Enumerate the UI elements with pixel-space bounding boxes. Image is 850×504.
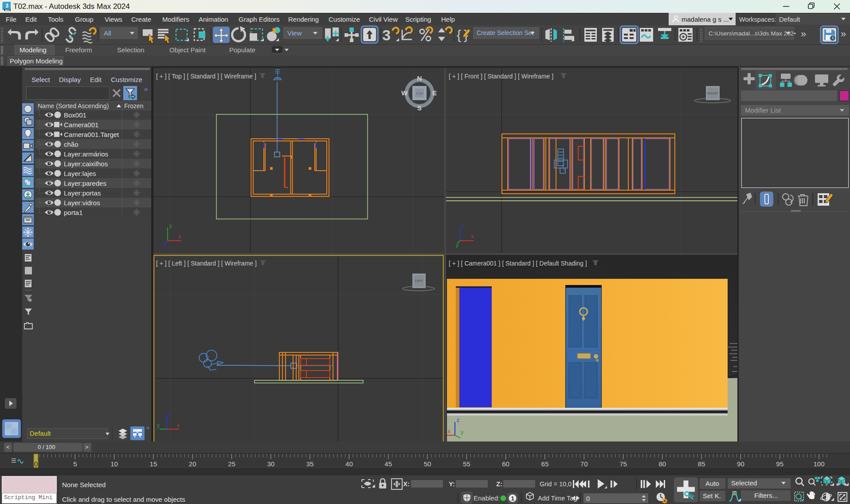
svg-text:45: 45 [384,460,392,468]
svg-text:40: 40 [345,460,353,468]
svg-text:35: 35 [306,460,314,468]
svg-text:70: 70 [580,460,588,468]
svg-text:y: y [461,429,463,435]
svg-text:S: S [417,104,422,112]
svg-text:X:: X: [403,480,410,488]
svg-text:View: View [287,29,302,37]
svg-text:x: x [178,233,181,239]
svg-text:55: 55 [463,460,470,468]
svg-text:80: 80 [658,460,666,468]
svg-text:Enabled:: Enabled: [474,494,500,502]
svg-text:TOP: TOP [416,92,423,96]
svg-text:Add Time Tag: Add Time Tag [538,495,577,502]
svg-text:x: x [471,233,474,239]
svg-text:[ + ] [ Front ] [ Standard ] [: [ + ] [ Front ] [ Standard ] [ Wireframe… [449,73,553,80]
svg-text:0: 0 [34,460,38,468]
svg-text:1: 1 [511,495,514,502]
svg-text:0: 0 [586,495,590,502]
svg-text:30: 30 [267,460,274,468]
svg-text:»: » [841,28,846,39]
svg-text:z: z [462,223,465,229]
svg-text:All: All [104,29,111,37]
svg-text:60: 60 [502,460,509,468]
svg-text:LEFT: LEFT [415,279,423,283]
svg-text:20: 20 [189,460,196,468]
svg-text:100: 100 [813,460,824,468]
svg-text:z: z [168,411,171,417]
svg-text:MAX: MAX [5,9,10,12]
svg-text:x: x [448,428,450,434]
svg-text:3: 3 [5,2,8,9]
svg-text:75: 75 [619,460,627,468]
svg-text:65: 65 [541,460,549,468]
svg-text:y: y [169,223,172,229]
svg-text:[ + ] [ Left ] [ Standard ] [: [ + ] [ Left ] [ Standard ] [ Wireframe … [156,260,257,267]
svg-text:90: 90 [737,460,744,468]
svg-text:N: N [417,74,422,82]
svg-text:10: 10 [110,460,118,468]
svg-text:Z:: Z: [496,480,502,488]
svg-text:z: z [457,417,459,423]
svg-text:[ + ] [ Camera001 ] [ Standard: [ + ] [ Camera001 ] [ Standard ] [ Defau… [449,260,587,267]
svg-text:95: 95 [776,460,783,468]
svg-text:C:\Users\madal...s\3ds Max 202: C:\Users\madal...s\3ds Max 202• [709,30,796,37]
svg-text:{: { [457,27,461,42]
svg-text:3: 3 [382,27,391,43]
svg-text:z: z [163,242,166,248]
svg-text:»: » [801,28,806,39]
svg-text:y: y [456,242,458,248]
svg-text:25: 25 [228,460,235,468]
svg-text:Y:: Y: [449,480,455,488]
svg-text:15: 15 [150,460,157,468]
svg-text:x: x [177,422,180,429]
svg-text:85: 85 [698,460,705,468]
svg-text:Grid = 10,0: Grid = 10,0 [540,481,572,488]
svg-text:Create Selection Set: Create Selection Set [477,29,534,36]
svg-text:W: W [401,89,408,97]
svg-text:E: E [432,89,437,97]
svg-text:FRONT: FRONT [707,91,719,95]
svg-text:[ + ] [ Top ] [ Standard ] [ W: [ + ] [ Top ] [ Standard ] [ Wireframe ] [156,73,256,80]
svg-text:y: y [157,422,160,429]
svg-text:50: 50 [424,460,431,468]
svg-text:5: 5 [73,460,77,468]
